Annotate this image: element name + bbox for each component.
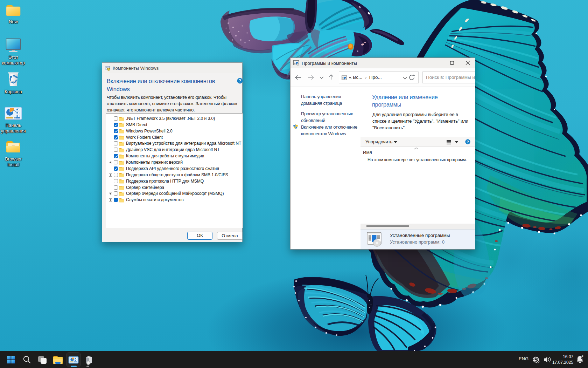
svg-text:?: ? xyxy=(467,140,469,144)
svg-text:z: z xyxy=(582,355,583,357)
svg-text:?: ? xyxy=(239,79,241,83)
